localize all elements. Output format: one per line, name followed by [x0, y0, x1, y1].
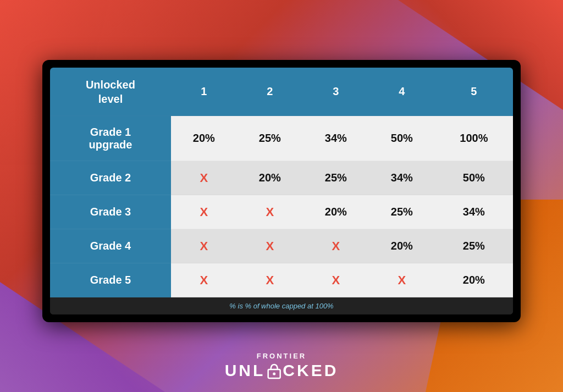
x-mark: X	[200, 170, 208, 184]
table-row: Grade 3XX20%25%34%	[50, 195, 513, 229]
table-row: Grade 4XXX20%25%	[50, 229, 513, 263]
table-cell: X	[303, 229, 369, 263]
table-cell: X	[369, 263, 435, 297]
header-col-5: 5	[435, 67, 513, 115]
table-row: Grade 5XXXX20%	[50, 263, 513, 297]
lock-icon	[266, 362, 282, 379]
table-cell: 20%	[171, 115, 237, 161]
header-row-label: Unlockedlevel	[50, 67, 171, 115]
table-row: Grade 1upgrade20%25%34%50%100%	[50, 115, 513, 161]
x-mark: X	[398, 273, 406, 286]
table-cell: 25%	[237, 115, 303, 161]
table-cell: 34%	[303, 115, 369, 161]
table-cell: 25%	[303, 161, 369, 195]
table-wrapper: Unlockedlevel 1 2 3 4 5 Grade 1upgrade20…	[50, 67, 513, 314]
table-header-row: Unlockedlevel 1 2 3 4 5	[50, 67, 513, 115]
table-cell: X	[171, 161, 237, 195]
header-col-3: 3	[303, 67, 369, 115]
row-label: Grade 2	[50, 161, 171, 195]
table-cell: 50%	[435, 161, 513, 195]
table-cell: X	[237, 195, 303, 229]
table-cell: 25%	[369, 195, 435, 229]
upgrade-table: Unlockedlevel 1 2 3 4 5 Grade 1upgrade20…	[50, 67, 513, 314]
x-mark: X	[266, 273, 274, 286]
footnote-text: % is % of whole capped at 100%	[50, 297, 513, 314]
table-cell: 20%	[237, 161, 303, 195]
svg-point-1	[273, 373, 275, 376]
row-label: Grade 3	[50, 195, 171, 229]
table-cell: 100%	[435, 115, 513, 161]
table-cell: 25%	[435, 229, 513, 263]
header-col-4: 4	[369, 67, 435, 115]
x-mark: X	[266, 239, 274, 252]
table-cell: X	[171, 229, 237, 263]
brand-area: FRONTIER UNL CKED	[225, 352, 339, 380]
table-cell: X	[171, 195, 237, 229]
table-row: Grade 2X20%25%34%50%	[50, 161, 513, 195]
table-cell: X	[237, 229, 303, 263]
table-cell: 20%	[303, 195, 369, 229]
brand-cked-text: CKED	[283, 361, 338, 380]
footnote-row: % is % of whole capped at 100%	[50, 297, 513, 314]
brand-frontier-label: FRONTIER	[225, 352, 339, 360]
header-col-2: 2	[237, 67, 303, 115]
table-cell: 20%	[369, 229, 435, 263]
row-label: Grade 5	[50, 263, 171, 297]
card-container: Unlockedlevel 1 2 3 4 5 Grade 1upgrade20…	[42, 59, 521, 322]
table-cell: 34%	[369, 161, 435, 195]
x-mark: X	[200, 239, 208, 252]
row-label: Grade 4	[50, 229, 171, 263]
x-mark: X	[200, 273, 208, 286]
brand-unl-text: UNL	[225, 361, 266, 380]
x-mark: X	[332, 239, 340, 252]
x-mark: X	[266, 205, 274, 218]
table-cell: X	[171, 263, 237, 297]
table-cell: 20%	[435, 263, 513, 297]
table-cell: 34%	[435, 195, 513, 229]
table-cell: 50%	[369, 115, 435, 161]
header-col-1: 1	[171, 67, 237, 115]
x-mark: X	[332, 273, 340, 286]
table-cell: X	[303, 263, 369, 297]
x-mark: X	[200, 205, 208, 218]
table-cell: X	[237, 263, 303, 297]
brand-unlocked-label: UNL CKED	[225, 361, 339, 380]
row-label: Grade 1upgrade	[50, 115, 171, 161]
